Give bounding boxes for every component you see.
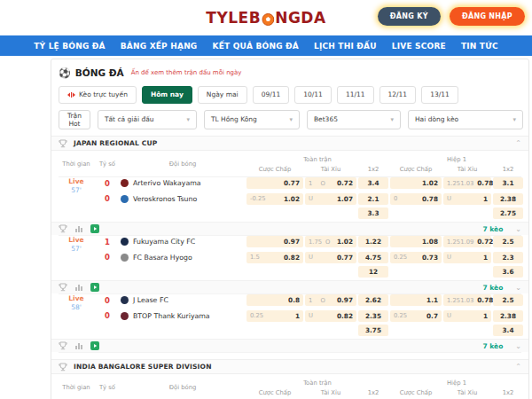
date-tab-4[interactable]: 10/11	[294, 86, 332, 104]
filter-dropdown-4[interactable]: Hai dòng kèo▾	[408, 110, 523, 129]
odds-cell-1x2[interactable]: 2.38	[493, 310, 523, 322]
filter-dropdown-3[interactable]: Bet365▾	[307, 110, 401, 129]
odds-cell-handicap[interactable]: 0.250.7	[390, 310, 442, 322]
odds-cell-1x2[interactable]: 3.75	[358, 325, 388, 336]
chevron-up-icon[interactable]: ⌃	[515, 363, 521, 371]
odds-cell-1x2[interactable]: 2.62	[358, 294, 388, 306]
trophy-icon[interactable]	[59, 283, 68, 292]
team-name[interactable]: BTOP Thank Kuriyama	[121, 312, 245, 320]
odds-cell-handicap[interactable]: 1.1	[390, 294, 442, 306]
more-odds-button[interactable]: 7 kèo⌄	[482, 225, 521, 233]
nav-item-4[interactable]: LỊCH THI ĐẤU	[314, 42, 377, 51]
odds-cell-handicap[interactable]: 1.02	[390, 177, 442, 189]
odds-cell-handicap[interactable]: 1.08	[390, 236, 442, 247]
odds-cell-over-under[interactable]: U1	[443, 252, 491, 263]
hot-matches-button[interactable]: Trận Hot	[59, 110, 90, 129]
site-logo[interactable]: TYLEB NGDA	[206, 9, 325, 27]
team-name-label: Fukuyama City FC	[133, 238, 195, 246]
nav-item-3[interactable]: KẾT QUẢ BÓNG ĐÁ	[212, 42, 299, 51]
nav-item-1[interactable]: TỶ LỆ BÓNG ĐÁ	[34, 42, 105, 51]
odds-cell-1x2[interactable]: 2.5	[493, 294, 523, 306]
col-header-1x2: 1x2	[358, 389, 388, 396]
filter-dropdown-2[interactable]: TL Hồng Kông▾	[204, 110, 300, 129]
stream-icon[interactable]	[90, 283, 100, 292]
trophy-icon[interactable]	[59, 341, 68, 350]
odds-cell-1x2[interactable]: 3.4	[493, 325, 523, 336]
stream-icon[interactable]	[90, 224, 100, 233]
over-under-marker: 1.03	[460, 180, 473, 187]
date-tab-2[interactable]: Ngày mai	[198, 86, 247, 104]
date-tab-7[interactable]: 13/11	[421, 86, 458, 104]
odds-cell-over-under[interactable]: U1.07	[305, 193, 356, 205]
live-odds-tab[interactable]: Kèo trực tuyến	[59, 86, 137, 104]
chart-icon[interactable]	[74, 341, 84, 350]
filter-dropdown-1[interactable]: Tất cả giải đấu▾	[98, 110, 197, 129]
more-odds-button[interactable]: 7 kèo⌄	[482, 284, 521, 292]
team-name[interactable]: FC Basara Hyogo	[121, 254, 245, 262]
trophy-icon[interactable]	[59, 224, 68, 233]
match-minute: 58'	[59, 303, 94, 311]
col-header-over-under: Tài Xỉu	[443, 389, 491, 396]
odds-cell-over-under[interactable]: 1.251.090.72	[443, 236, 491, 247]
match-team-row: Live57'1Fukuyama City FC0.971.75O1.021.2…	[59, 236, 521, 250]
col-group-first-half: Hiệp 1	[390, 156, 523, 163]
league-header: JAPAN REGIONAL CUP⌃	[51, 136, 528, 151]
odds-cell-1x2[interactable]: 2.38	[493, 193, 523, 205]
live-badge: Live	[59, 294, 94, 302]
date-tab-5[interactable]: 11/11	[337, 86, 374, 104]
chart-icon[interactable]	[74, 283, 84, 292]
odds-cell-1x2[interactable]: 3.6	[493, 266, 523, 278]
match-block: Live57'1Fukuyama City FC0.971.75O1.021.2…	[59, 236, 521, 294]
col-header-handicap: Cược Chấp	[390, 389, 442, 396]
nav-item-5[interactable]: LIVE SCORE	[392, 42, 446, 51]
odds-cell-over-under[interactable]: U1	[443, 310, 491, 322]
odds-cell-over-under[interactable]: 1O0.72	[305, 177, 356, 189]
odds-cell-1x2[interactable]: 2.75	[493, 207, 523, 219]
odds-cell-over-under[interactable]: U0.82	[305, 310, 356, 322]
odds-cell-1x2[interactable]: 3.1	[493, 177, 523, 189]
odds-cell-over-under[interactable]: 1.75O1.02	[305, 236, 356, 247]
odds-cell-1x2[interactable]: 2.5	[493, 236, 523, 247]
nav-item-2[interactable]: BẢNG XẾP HẠNG	[121, 42, 198, 51]
odds-cell-over-under[interactable]: 1.251.030.78	[443, 294, 491, 306]
date-tab-1[interactable]: Hôm nay	[142, 86, 192, 104]
odds-cell-1x2[interactable]: 2.3	[493, 252, 523, 263]
odds-cell-over-under[interactable]: U0.77	[305, 252, 356, 263]
login-button[interactable]: ĐĂNG NHẬP	[450, 7, 525, 26]
team-name-label: Arterivo Wakayama	[133, 179, 201, 187]
team-name[interactable]: Arterivo Wakayama	[121, 179, 245, 187]
odds-cell-handicap[interactable]: 00.78	[390, 193, 442, 205]
odds-cell-handicap[interactable]: 0.77	[246, 177, 303, 189]
chart-icon[interactable]	[74, 224, 84, 233]
more-odds-button[interactable]: 7 kèo⌄	[482, 342, 521, 350]
odds-cell-1x2[interactable]: 12	[358, 266, 388, 278]
register-button[interactable]: ĐĂNG KÝ	[378, 7, 441, 26]
odds-cell-handicap[interactable]: 0.250.73	[390, 252, 442, 263]
chevron-up-icon[interactable]: ⌃	[515, 139, 521, 147]
date-tab-6[interactable]: 12/11	[379, 86, 417, 104]
odds-cell-handicap[interactable]: 1.50.82	[246, 252, 303, 263]
odds-cell-over-under[interactable]: 1.251.030.78	[443, 177, 491, 189]
odds-cell-1x2[interactable]: 1.22	[358, 236, 388, 247]
odds-cell-1x2[interactable]: 2.35	[358, 310, 388, 322]
team-crest-icon	[121, 312, 129, 320]
team-name[interactable]: Fukuyama City FC	[121, 238, 245, 246]
odds-cell-1x2[interactable]: 2.1	[358, 193, 388, 205]
odds-cell-1x2[interactable]: 3.3	[358, 207, 388, 219]
date-tab-3[interactable]: 09/11	[253, 86, 290, 104]
odds-cell-1x2[interactable]: 4.75	[358, 252, 388, 263]
match-draw-row: 3.32.75	[59, 207, 521, 219]
odds-cell-over-under[interactable]: 1O0.97	[305, 294, 356, 306]
odds-cell-handicap[interactable]: 0.97	[246, 236, 303, 247]
over-under-line: 1.25	[447, 180, 460, 187]
odds-cell-handicap[interactable]: 0.8	[246, 294, 303, 306]
odds-cell-over-under[interactable]: U1	[443, 193, 491, 205]
team-name[interactable]: J Lease FC	[121, 296, 245, 304]
team-name[interactable]: Veroskronos Tsuno	[121, 195, 245, 203]
odds-cell-handicap[interactable]: -0.251.02	[246, 193, 303, 205]
odds-cell-1x2[interactable]: 3.4	[358, 177, 388, 189]
odds-value: 1	[483, 254, 488, 262]
odds-cell-handicap[interactable]: 0.251	[246, 310, 303, 322]
stream-icon[interactable]	[90, 341, 100, 350]
nav-item-6[interactable]: TIN TỨC	[461, 42, 498, 51]
